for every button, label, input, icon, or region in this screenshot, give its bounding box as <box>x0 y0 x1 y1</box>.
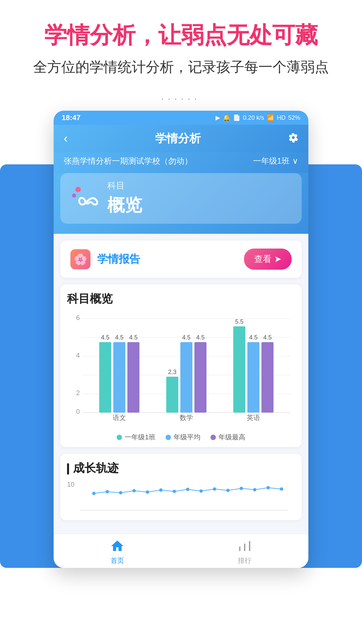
report-icon: 🌸 <box>70 249 90 269</box>
svg-text:数学: 数学 <box>180 414 193 421</box>
nav-label-ranking: 排行 <box>238 556 251 565</box>
svg-text:2: 2 <box>76 389 80 396</box>
legend-dot-blue <box>166 435 171 440</box>
home-icon <box>109 538 125 554</box>
headline-title: 学情分析，让弱点无处可藏 <box>13 20 349 50</box>
svg-rect-14 <box>127 342 139 413</box>
growth-title: 成长轨迹 <box>67 461 295 476</box>
bar-chart-container: 科目概览 6 4 <box>60 284 302 447</box>
legend-label-class: 一年级1班 <box>125 433 155 442</box>
legend-dot-purple <box>210 435 216 440</box>
svg-text:0: 0 <box>76 408 80 415</box>
subject-icon-area <box>70 183 101 214</box>
battery-label: 52% <box>288 114 300 121</box>
class-selector[interactable]: 一年级1班 ∨ <box>253 156 298 166</box>
svg-rect-28 <box>261 342 274 413</box>
svg-text:10: 10 <box>67 481 74 488</box>
view-report-button[interactable]: 查看 ➤ <box>244 249 292 270</box>
svg-text:4.5: 4.5 <box>115 334 123 341</box>
content-area: 🌸 学情报告 查看 ➤ 科目概览 <box>54 234 308 534</box>
svg-text:英语: 英语 <box>247 414 260 421</box>
view-arrow-icon: ➤ <box>274 254 282 264</box>
network-icon: ▶ <box>216 114 220 121</box>
svg-text:5.5: 5.5 <box>235 318 243 325</box>
svg-rect-19 <box>180 342 192 413</box>
report-card: 🌸 学情报告 查看 ➤ <box>60 240 302 278</box>
svg-rect-24 <box>233 326 245 413</box>
subject-card[interactable]: 科目 概览 <box>60 173 302 224</box>
infinity-icon <box>77 190 101 214</box>
svg-text:4.5: 4.5 <box>101 334 109 341</box>
class-label: 一年级1班 <box>253 156 290 166</box>
svg-rect-12 <box>113 342 125 413</box>
network-speed: 0.20 k/s <box>243 114 264 121</box>
notification-icon: 🔔 <box>223 114 230 121</box>
phone-screen: 18:47 ▶ 🔔 📄 0.20 k/s 📶 HD 52% ‹ 学情分析 <box>54 111 308 568</box>
svg-rect-10 <box>99 342 111 413</box>
status-bar: 18:47 ▶ 🔔 📄 0.20 k/s 📶 HD 52% <box>54 111 308 125</box>
dots-decoration: ······ <box>0 93 362 104</box>
ranking-icon <box>237 538 253 554</box>
legend-label-avg: 年级平均 <box>174 433 200 442</box>
gear-icon <box>288 132 298 143</box>
svg-rect-17 <box>166 377 178 413</box>
page-root: 学情分析，让弱点无处可藏 全方位的学情统计分析，记录孩子每一个薄弱点 ·····… <box>0 0 362 568</box>
svg-text:4.5: 4.5 <box>249 334 257 341</box>
report-label: 学情报告 <box>97 252 140 267</box>
chart-legend: 一年级1班 年级平均 年级最高 <box>69 433 293 442</box>
nav-item-ranking[interactable]: 排行 <box>181 538 308 565</box>
navigation-bar: ‹ 学情分析 <box>54 125 308 152</box>
subject-area: 科目 概览 <box>54 173 308 234</box>
svg-text:4: 4 <box>76 352 80 359</box>
chart-svg: 6 4 2 0 4.5 4.5 <box>69 312 297 426</box>
report-left: 🌸 学情报告 <box>70 249 140 269</box>
growth-chart-area: 10 <box>67 480 295 514</box>
svg-text:4.5: 4.5 <box>263 334 272 341</box>
phone-mockup: 18:47 ▶ 🔔 📄 0.20 k/s 📶 HD 52% ‹ 学情分析 <box>54 111 308 568</box>
school-info-row: 张燕学情分析一期测试学校（勿动） 一年级1班 ∨ <box>54 152 308 173</box>
svg-text:语文: 语文 <box>113 414 126 421</box>
wifi-icon: 📶 <box>267 114 274 121</box>
bottom-navigation: 首页 排行 <box>54 534 308 568</box>
nav-item-home[interactable]: 首页 <box>54 538 181 565</box>
legend-dot-green <box>117 435 122 440</box>
svg-text:4.5: 4.5 <box>182 334 190 341</box>
subject-info: 科目 概览 <box>107 180 292 217</box>
svg-text:2.3: 2.3 <box>168 369 176 375</box>
legend-item-avg: 年级平均 <box>166 433 200 442</box>
dropdown-chevron: ∨ <box>292 156 298 166</box>
svg-rect-26 <box>247 342 259 413</box>
subject-overview: 概览 <box>107 194 292 217</box>
status-icons: ▶ 🔔 📄 0.20 k/s 📶 HD 52% <box>216 114 300 121</box>
legend-label-max: 年级最高 <box>219 433 245 442</box>
settings-button[interactable] <box>288 132 298 145</box>
icon-circle-2 <box>72 194 76 198</box>
headline-section: 学情分析，让弱点无处可藏 全方位的学情统计分析，记录孩子每一个薄弱点 <box>0 0 362 83</box>
svg-rect-21 <box>194 342 206 413</box>
growth-chart-svg: 10 <box>67 480 295 514</box>
bar-chart: 6 4 2 0 4.5 4.5 <box>66 312 296 442</box>
signal-icon: HD <box>277 114 286 121</box>
svg-text:6: 6 <box>76 314 80 321</box>
legend-item-class: 一年级1班 <box>117 433 155 442</box>
headline-subtitle: 全方位的学情统计分析，记录孩子每一个薄弱点 <box>13 58 349 76</box>
chart-title: 科目概览 <box>66 291 296 307</box>
school-name: 张燕学情分析一期测试学校（勿动） <box>64 156 192 166</box>
svg-text:4.5: 4.5 <box>129 334 137 341</box>
nav-title: 学情分析 <box>155 131 201 146</box>
nav-label-home: 首页 <box>111 556 124 565</box>
status-time: 18:47 <box>62 113 80 122</box>
growth-section: 成长轨迹 10 <box>60 454 302 520</box>
file-icon: 📄 <box>233 114 240 121</box>
view-label: 查看 <box>254 253 272 265</box>
subject-label: 科目 <box>107 180 292 192</box>
svg-text:4.5: 4.5 <box>196 334 204 341</box>
back-button[interactable]: ‹ <box>64 131 68 146</box>
legend-item-max: 年级最高 <box>210 433 245 442</box>
